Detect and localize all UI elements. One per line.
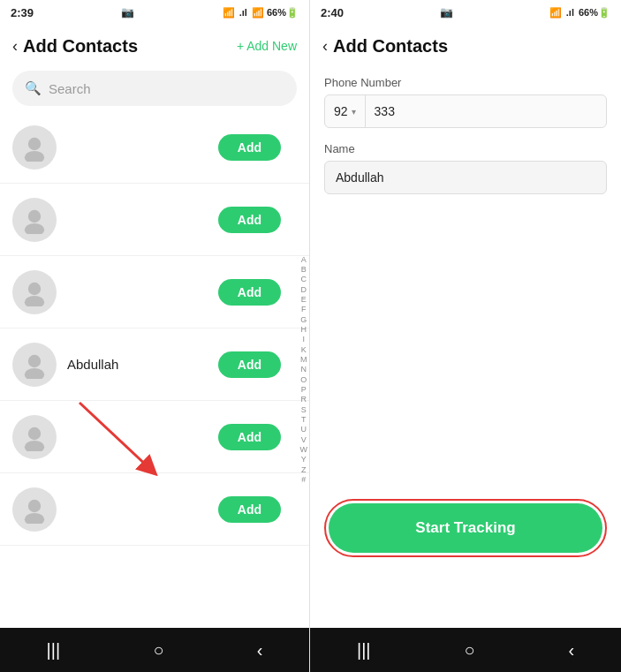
left-status-bar: 2:39 📷 📶 .ıl 📶 66%🔋 — [0, 0, 309, 25]
search-icon: 🔍 — [25, 80, 42, 96]
left-nav-back-icon[interactable]: ‹ — [257, 640, 263, 661]
avatar-5 — [12, 415, 57, 459]
left-nav-menu-icon[interactable]: ||| — [47, 640, 61, 661]
avatar-3 — [12, 270, 57, 314]
alphabet-index: A B C D E F G H I K M N O P R S T U V W … — [300, 111, 308, 628]
svg-point-7 — [25, 368, 44, 379]
country-code-value: 92 — [334, 104, 348, 118]
contact-item-3: Add — [0, 256, 309, 328]
chevron-down-icon: ▾ — [352, 107, 356, 117]
add-button-5[interactable]: Add — [218, 424, 281, 450]
right-title-group: ‹ Add Contacts — [322, 36, 448, 57]
name-value[interactable]: Abdullah — [324, 161, 607, 194]
add-button-1[interactable]: Add — [218, 134, 281, 161]
avatar-2 — [12, 198, 57, 242]
country-code-selector[interactable]: 92 ▾ — [325, 95, 366, 127]
contact-item-1: Add — [0, 111, 309, 184]
left-page-title: Add Contacts — [23, 36, 138, 57]
avatar-1 — [12, 125, 57, 170]
search-bar[interactable]: 🔍 Search — [12, 71, 297, 106]
right-page-title: Add Contacts — [333, 36, 448, 57]
phone-row[interactable]: 92 ▾ — [324, 94, 607, 128]
left-status-icons: 📶 .ıl 📶 66%🔋 — [223, 7, 299, 19]
svg-point-1 — [25, 151, 44, 162]
right-status-icons: 📶 .ıl 66%🔋 — [549, 7, 610, 19]
left-back-icon[interactable]: ‹ — [12, 37, 18, 56]
start-tracking-wrapper: Start Tracking — [310, 499, 621, 557]
contact-name-4: Abdullah — [67, 357, 218, 372]
right-top-bar: ‹ Add Contacts — [310, 25, 621, 67]
add-button-6[interactable]: Add — [218, 496, 281, 523]
left-panel: 2:39 📷 📶 .ıl 📶 66%🔋 ‹ Add Contacts + Add… — [0, 0, 310, 672]
svg-point-9 — [25, 441, 44, 451]
avatar-4 — [12, 343, 57, 387]
search-input-placeholder: Search — [49, 81, 91, 96]
add-button-3[interactable]: Add — [218, 279, 281, 306]
svg-point-11 — [25, 513, 44, 524]
left-title-group: ‹ Add Contacts — [12, 36, 138, 57]
right-time: 2:40 — [321, 6, 344, 19]
right-wifi-icon: 📶 — [549, 7, 562, 19]
svg-point-6 — [28, 354, 41, 366]
start-tracking-border: Start Tracking — [324, 499, 607, 557]
svg-point-5 — [25, 296, 44, 306]
contact-item-4: Abdullah Add — [0, 328, 309, 401]
contact-item-6: Add — [0, 473, 309, 546]
right-status-icon: 📷 — [440, 6, 453, 19]
svg-point-3 — [25, 223, 44, 234]
svg-point-4 — [28, 282, 41, 294]
right-nav-back-icon[interactable]: ‹ — [568, 640, 574, 661]
add-button-4[interactable]: Add — [218, 351, 281, 378]
left-top-bar: ‹ Add Contacts + Add New — [0, 25, 309, 67]
battery-label: 📶 66%🔋 — [252, 7, 299, 19]
wifi-icon: 📶 — [223, 7, 235, 19]
right-back-icon[interactable]: ‹ — [322, 37, 328, 56]
right-nav-home-icon[interactable]: ○ — [464, 640, 474, 661]
right-bottom-nav: ||| ○ ‹ — [310, 628, 621, 672]
svg-point-8 — [28, 427, 41, 439]
phone-label: Phone Number — [324, 76, 607, 89]
svg-point-0 — [28, 137, 41, 149]
signal-icon: .ıl — [239, 7, 247, 18]
svg-point-10 — [28, 499, 41, 511]
add-new-button[interactable]: + Add New — [237, 39, 297, 53]
svg-point-2 — [28, 209, 41, 222]
left-status-icon: 📷 — [121, 6, 134, 19]
name-label: Name — [324, 142, 607, 155]
right-panel: 2:40 📷 📶 .ıl 66%🔋 ‹ Add Contacts Phone N… — [310, 0, 621, 672]
left-time: 2:39 — [11, 6, 34, 19]
right-battery-label: 66%🔋 — [579, 7, 610, 19]
right-signal-icon: .ıl — [566, 7, 574, 18]
right-nav-menu-icon[interactable]: ||| — [357, 640, 371, 661]
right-status-bar: 2:40 📷 📶 .ıl 66%🔋 — [310, 0, 621, 25]
contact-form: Phone Number 92 ▾ Name Abdullah — [310, 67, 621, 288]
add-button-2[interactable]: Add — [218, 207, 281, 233]
avatar-6 — [12, 487, 57, 532]
left-nav-home-icon[interactable]: ○ — [153, 640, 163, 661]
phone-number-input[interactable] — [366, 95, 606, 127]
contact-item-5: Add — [0, 401, 309, 473]
contact-list: Add Add Add Abdullah Add — [0, 111, 309, 628]
left-bottom-nav: ||| ○ ‹ — [0, 628, 309, 672]
contact-item-2: Add — [0, 184, 309, 256]
start-tracking-button[interactable]: Start Tracking — [329, 503, 602, 553]
